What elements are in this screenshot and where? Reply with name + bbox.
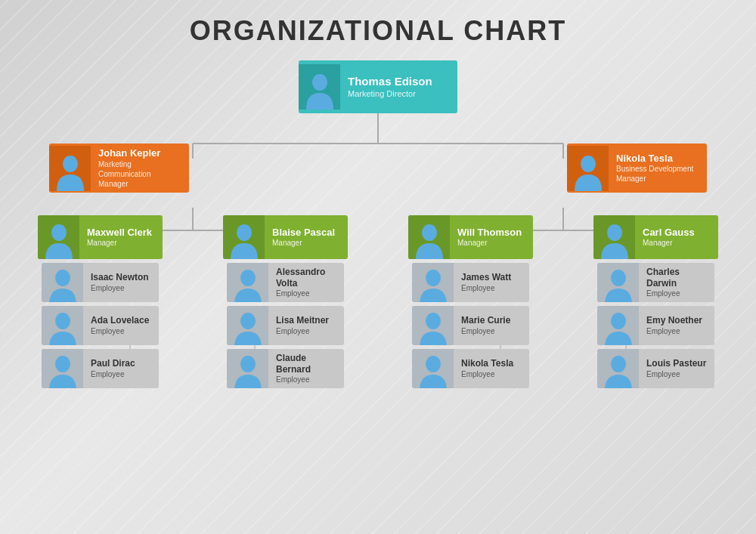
name-louis-pasteur: Louis Pasteur (646, 358, 707, 369)
avatar-paul-dirac (42, 349, 83, 388)
svg-point-27 (237, 224, 252, 241)
avatar-james-watt (412, 263, 454, 302)
name-claude-bernard: Claude Bernard (276, 353, 336, 375)
name-nikola-tesla-emp: Nikola Tesla (461, 358, 522, 369)
node-marie-curie: Marie Curie Employee (412, 306, 529, 345)
col-will: Will Thomson Manager James Watt (408, 215, 533, 388)
page-title: ORGANIZATIONAL CHART (8, 15, 748, 47)
avatar-emy-noether (597, 306, 639, 345)
node-louis-pasteur: Louis Pasteur Employee (597, 349, 714, 388)
name-blaise-pascal: Blaise Pascal (272, 227, 340, 239)
role-blaise-pascal: Manager (272, 238, 340, 248)
col-carl: Carl Gauss Manager Charles Darw (593, 215, 718, 388)
name-johan-kepler: Johan Kepler (98, 147, 181, 159)
node-claude-bernard: Claude Bernard Employee (227, 349, 344, 388)
role-nikola-tesla-emp: Employee (461, 369, 522, 379)
avatar-thomas-edison (299, 64, 340, 110)
svg-point-30 (240, 356, 256, 372)
avatar-carl-gauss (593, 215, 635, 259)
name-isaac-newton: Isaac Newton (91, 272, 151, 282)
svg-point-34 (426, 356, 441, 372)
svg-point-20 (312, 74, 327, 91)
avatar-charles-darwin (597, 263, 639, 302)
role-louis-pasteur: Employee (646, 369, 707, 379)
role-thomas-edison: Marketing Director (348, 88, 450, 99)
node-charles-darwin: Charles Darwin Employee (597, 263, 714, 302)
svg-point-32 (426, 270, 441, 286)
role-maxwell-clerk: Manager (87, 238, 155, 248)
node-emy-noether: Emy Noether Employee (597, 306, 714, 345)
role-charles-darwin: Employee (646, 289, 707, 298)
node-will-thomson: Will Thomson Manager (408, 215, 533, 259)
name-paul-dirac: Paul Dirac (91, 358, 151, 369)
name-will-thomson: Will Thomson (457, 227, 525, 239)
name-alessandro-volta: Alessandro Volta (276, 267, 336, 289)
role-marie-curie: Employee (461, 326, 522, 336)
avatar-alessandro-volta (227, 263, 268, 302)
svg-point-23 (51, 224, 67, 241)
svg-point-28 (240, 270, 256, 286)
svg-point-35 (607, 224, 622, 241)
col-blaise: Blaise Pascal Manager Alessandr (223, 215, 348, 388)
avatar-blaise-pascal (223, 215, 265, 259)
employees-will: James Watt Employee Marie Curie (412, 263, 529, 388)
employees-maxwell: Isaac Newton Employee Ada Lovelace (42, 263, 159, 388)
svg-point-26 (55, 356, 70, 372)
avatar-isaac-newton (42, 263, 83, 302)
node-ada-lovelace: Ada Lovelace Employee (42, 306, 159, 345)
role-ada-lovelace: Employee (91, 326, 151, 336)
avatar-claude-bernard (227, 349, 268, 388)
name-emy-noether: Emy Noether (646, 315, 707, 326)
name-thomas-edison: Thomas Edison (348, 75, 450, 88)
avatar-will-thomson (408, 215, 450, 259)
node-maxwell-clerk: Maxwell Clerk Manager (38, 215, 163, 259)
svg-point-21 (63, 156, 78, 172)
name-marie-curie: Marie Curie (461, 315, 522, 326)
svg-point-33 (426, 313, 441, 329)
org-chart: Thomas Edison Marketing Director Johan K… (8, 60, 748, 388)
col-maxwell: Maxwell Clerk Manager Isaac New (38, 215, 163, 388)
page-background: ORGANIZATIONAL CHART (0, 0, 756, 534)
role-james-watt: Employee (461, 283, 522, 293)
avatar-johan-kepler (49, 146, 91, 191)
svg-point-36 (611, 270, 626, 286)
name-charles-darwin: Charles Darwin (646, 267, 707, 289)
name-maxwell-clerk: Maxwell Clerk (87, 227, 155, 239)
svg-point-29 (240, 313, 256, 329)
role-will-thomson: Manager (457, 238, 525, 248)
name-nikola-tesla-mgr: Nikola Tesla (616, 153, 699, 165)
avatar-nikola-tesla-emp (412, 349, 454, 388)
node-blaise-pascal: Blaise Pascal Manager (223, 215, 348, 259)
svg-point-38 (611, 356, 626, 372)
role-johan-kepler: Marketing Communication Manager (98, 159, 181, 189)
role-lisa-meitner: Employee (276, 326, 336, 336)
svg-point-37 (611, 313, 626, 329)
node-paul-dirac: Paul Dirac Employee (42, 349, 159, 388)
role-isaac-newton: Employee (91, 283, 151, 293)
role-paul-dirac: Employee (91, 369, 151, 379)
avatar-louis-pasteur (597, 349, 639, 388)
role-claude-bernard: Employee (276, 375, 336, 384)
node-nikola-tesla-mgr: Nikola Tesla Business Development Manage… (567, 144, 707, 193)
svg-point-24 (55, 270, 70, 286)
employees-carl: Charles Darwin Employee Emy Noethe (597, 263, 714, 388)
svg-point-31 (422, 224, 437, 241)
avatar-lisa-meitner (227, 306, 268, 345)
node-carl-gauss: Carl Gauss Manager (593, 215, 718, 259)
node-nikola-tesla-emp: Nikola Tesla Employee (412, 349, 529, 388)
node-thomas-edison: Thomas Edison Marketing Director (299, 60, 457, 113)
node-isaac-newton: Isaac Newton Employee (42, 263, 159, 302)
name-ada-lovelace: Ada Lovelace (91, 315, 151, 326)
employees-blaise: Alessandro Volta Employee Lisa Mei (227, 263, 344, 388)
name-carl-gauss: Carl Gauss (643, 227, 711, 239)
role-alessandro-volta: Employee (276, 289, 336, 298)
node-james-watt: James Watt Employee (412, 263, 529, 302)
avatar-ada-lovelace (42, 306, 83, 345)
name-lisa-meitner: Lisa Meitner (276, 315, 336, 326)
svg-point-22 (581, 156, 596, 172)
name-james-watt: James Watt (461, 272, 522, 282)
role-carl-gauss: Manager (643, 238, 711, 248)
node-alessandro-volta: Alessandro Volta Employee (227, 263, 344, 302)
role-emy-noether: Employee (646, 326, 707, 336)
avatar-marie-curie (412, 306, 454, 345)
